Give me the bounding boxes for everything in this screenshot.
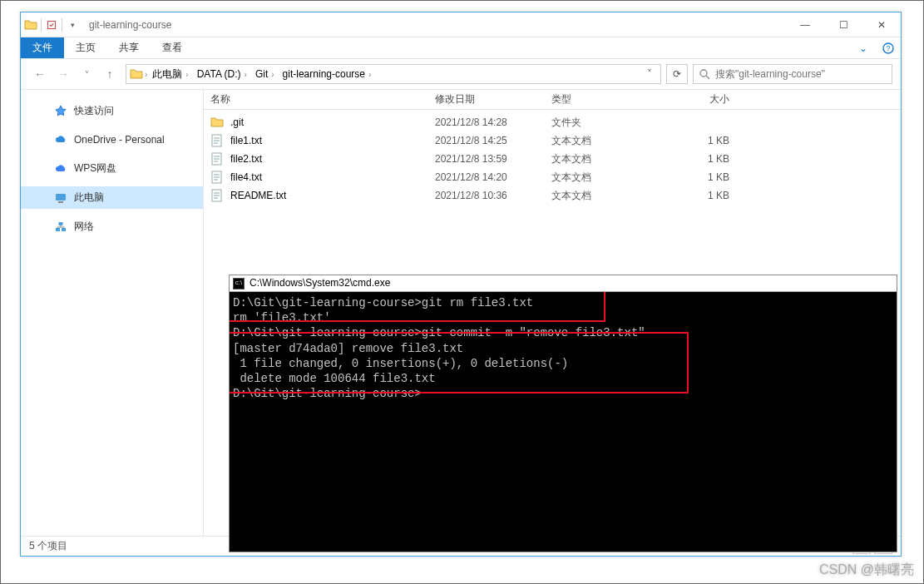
breadcrumb-root-icon <box>130 67 143 81</box>
nav-forward-button[interactable]: → <box>56 67 71 81</box>
breadcrumb-item[interactable]: DATA (D:)› <box>194 68 252 80</box>
window-title: git-learning-course <box>84 19 786 31</box>
qat-properties-icon[interactable] <box>45 18 58 32</box>
file-name: file1.txt <box>230 135 262 146</box>
nav-up-button[interactable]: ↑ <box>102 67 117 81</box>
file-name: .git <box>230 116 244 128</box>
file-size: 1 KB <box>653 190 736 201</box>
sidebar-item-label: 此电脑 <box>74 191 104 205</box>
qat-separator <box>41 18 42 32</box>
cmd-output[interactable]: D:\Git\git-learning-course>git rm file3.… <box>230 292 897 552</box>
sidebar-item[interactable]: 此电脑 <box>21 186 203 209</box>
file-date: 2021/12/8 14:25 <box>428 135 545 146</box>
titlebar: ▾ git-learning-course — ☐ ✕ <box>21 12 901 37</box>
file-type: 文件夹 <box>545 116 653 130</box>
breadcrumb-item[interactable]: git-learning-course› <box>279 68 377 80</box>
search-input[interactable] <box>715 68 887 80</box>
sidebar-item-label: OneDrive - Personal <box>74 134 165 146</box>
file-name: README.txt <box>230 190 286 201</box>
file-type: 文本文档 <box>545 171 653 185</box>
cloud2-icon <box>54 162 67 176</box>
file-date: 2021/12/8 13:59 <box>428 153 545 165</box>
table-row[interactable]: README.txt2021/12/8 10:36文本文档1 KB <box>204 186 901 205</box>
column-header-name[interactable]: 名称 <box>204 92 428 106</box>
sidebar-item[interactable]: OneDrive - Personal <box>21 129 203 151</box>
file-type: 文本文档 <box>545 134 653 148</box>
qat-separator <box>62 18 62 32</box>
sidebar-item[interactable]: 网络 <box>21 215 203 238</box>
text-file-icon <box>210 189 224 202</box>
help-button[interactable]: ? <box>876 37 901 58</box>
close-button[interactable]: ✕ <box>862 12 901 37</box>
sidebar-item-label: WPS网盘 <box>74 161 116 176</box>
ribbon-tab-share[interactable]: 共享 <box>107 37 151 58</box>
address-bar: ← → ˅ ↑ › 此电脑› DATA (D:)› Git› git-learn… <box>21 59 901 89</box>
file-type: 文本文档 <box>545 189 653 203</box>
breadcrumb[interactable]: › 此电脑› DATA (D:)› Git› git-learning-cour… <box>126 64 661 84</box>
nav-recent-button[interactable]: ˅ <box>79 70 94 79</box>
file-name: file4.txt <box>230 171 262 183</box>
watermark: CSDN @韩曙亮 <box>819 562 914 579</box>
file-type: 文本文档 <box>545 152 653 166</box>
sidebar-item-label: 快速访问 <box>74 104 114 118</box>
text-file-icon <box>210 134 224 147</box>
file-size: 1 KB <box>653 153 736 165</box>
table-row[interactable]: file1.txt2021/12/8 14:25文本文档1 KB <box>204 131 901 150</box>
status-item-count: 5 个项目 <box>29 539 67 553</box>
navigation-sidebar: 快速访问OneDrive - PersonalWPS网盘此电脑网络 <box>21 90 204 536</box>
terminal-line: delete mode 100644 file3.txt <box>233 371 897 386</box>
search-box[interactable] <box>693 64 892 84</box>
terminal-line: D:\Git\git-learning-course> <box>233 386 897 401</box>
breadcrumb-item[interactable]: 此电脑› <box>149 67 193 82</box>
svg-text:?: ? <box>886 44 890 52</box>
refresh-button[interactable]: ⟳ <box>666 64 688 84</box>
ribbon-tab-view[interactable]: 查看 <box>151 37 194 58</box>
qat-dropdown-icon[interactable]: ▾ <box>66 18 79 32</box>
text-file-icon <box>210 152 224 166</box>
file-size: 1 KB <box>653 171 736 183</box>
terminal-line: [master d74ada0] remove file3.txt <box>233 341 897 356</box>
nav-back-button[interactable]: ← <box>32 67 47 81</box>
cloud-icon <box>54 133 67 146</box>
file-date: 2021/12/8 14:28 <box>428 116 545 128</box>
file-name: file2.txt <box>230 153 262 165</box>
ribbon-tab-file[interactable]: 文件 <box>21 37 64 58</box>
column-headers: 名称 修改日期 类型 大小 <box>204 90 901 110</box>
file-size: 1 KB <box>653 135 736 146</box>
file-date: 2021/12/8 14:20 <box>428 171 545 183</box>
file-date: 2021/12/8 10:36 <box>428 190 545 201</box>
address-dropdown-button[interactable]: ˅ <box>642 68 657 80</box>
ribbon-tab-home[interactable]: 主页 <box>64 37 107 58</box>
net-icon <box>54 220 67 234</box>
column-header-size[interactable]: 大小 <box>653 92 736 106</box>
star-icon <box>54 105 67 118</box>
table-row[interactable]: .git2021/12/8 14:28文件夹 <box>204 113 901 131</box>
text-file-icon <box>210 171 224 184</box>
column-header-type[interactable]: 类型 <box>545 92 653 106</box>
cmd-titlebar[interactable]: c:\ C:\Windows\System32\cmd.exe <box>230 275 897 292</box>
terminal-line: D:\Git\git-learning-course>git commit -m… <box>233 325 897 340</box>
table-row[interactable]: file4.txt2021/12/8 14:20文本文档1 KB <box>204 168 901 186</box>
chevron-right-icon[interactable]: › <box>143 70 149 79</box>
breadcrumb-item[interactable]: Git› <box>252 68 279 80</box>
cmd-title-text: C:\Windows\System32\cmd.exe <box>250 277 390 290</box>
table-row[interactable]: file2.txt2021/12/8 13:59文本文档1 KB <box>204 150 901 168</box>
terminal-line: 1 file changed, 0 insertions(+), 0 delet… <box>233 356 897 371</box>
ribbon-expand-button[interactable]: ⌄ <box>851 37 876 58</box>
terminal-line: rm 'file3.txt' <box>233 310 897 325</box>
sidebar-item[interactable]: 快速访问 <box>21 100 203 122</box>
search-icon <box>699 68 710 80</box>
file-list: .git2021/12/8 14:28文件夹file1.txt2021/12/8… <box>204 110 901 208</box>
folder-icon <box>210 116 224 129</box>
pc-icon <box>54 191 67 205</box>
app-folder-icon <box>24 18 37 32</box>
sidebar-item-label: 网络 <box>74 220 94 234</box>
maximize-button[interactable]: ☐ <box>824 12 862 37</box>
cmd-icon: c:\ <box>233 278 245 290</box>
ribbon-tabs: 文件 主页 共享 查看 ⌄ ? <box>21 37 901 59</box>
column-header-date[interactable]: 修改日期 <box>428 92 545 106</box>
cmd-window: c:\ C:\Windows\System32\cmd.exe D:\Git\g… <box>229 275 897 552</box>
minimize-button[interactable]: — <box>786 12 824 37</box>
sidebar-item[interactable]: WPS网盘 <box>21 157 203 180</box>
terminal-line: D:\Git\git-learning-course>git rm file3.… <box>233 295 897 310</box>
